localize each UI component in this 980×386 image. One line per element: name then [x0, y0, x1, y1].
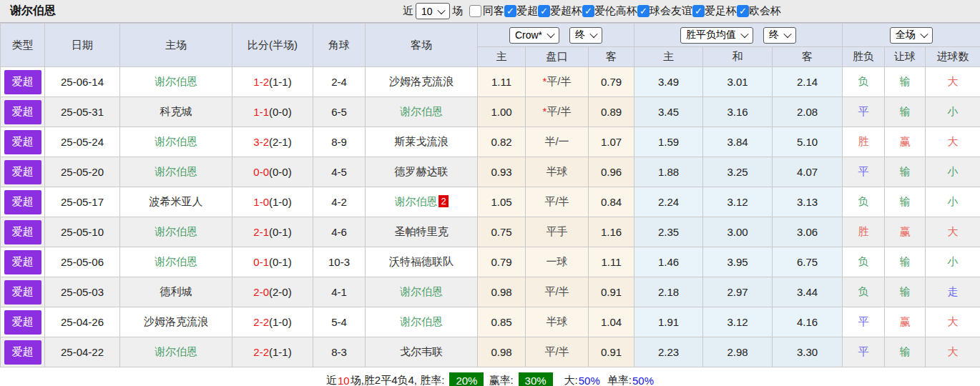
goals-result: 大: [948, 135, 959, 147]
competition-checkbox[interactable]: ✓: [504, 5, 516, 17]
home-team-link[interactable]: 谢尔伯恩: [155, 135, 197, 147]
euro-away-odds-cell: 2.14: [773, 67, 843, 97]
handicap-cell: 平/半: [526, 277, 589, 307]
handicap-cell: 半/一: [526, 127, 589, 157]
home-team-link[interactable]: 德利城: [160, 285, 192, 297]
competition-checkbox[interactable]: ✓: [538, 5, 550, 17]
asian-away-odds-cell: 1.11: [589, 247, 634, 277]
match-row: 爱超 25-05-10 谢尔伯恩 2-1(0-1) 4-6 圣帕特里克 0.75…: [1, 217, 980, 247]
home-team-link[interactable]: 科克城: [160, 105, 192, 117]
goals-result-cell: 大: [926, 307, 980, 337]
competition-checkbox[interactable]: ✓: [692, 5, 705, 17]
away-team-cell: 谢尔伯恩2: [366, 187, 478, 217]
league-cell: 爱超: [1, 337, 45, 367]
away-team-link[interactable]: 谢尔伯恩: [400, 105, 443, 117]
bookmaker-select[interactable]: Crow*: [509, 27, 559, 44]
away-team-link[interactable]: 谢尔伯恩: [394, 195, 437, 207]
euro-home-odds-cell: 2.18: [634, 277, 703, 307]
halftime-score: (1-0): [269, 316, 292, 328]
away-team-link[interactable]: 戈尔韦联: [400, 345, 443, 357]
asian-home-odds-cell: 1.11: [478, 67, 526, 97]
halftime-score: (1-0): [269, 196, 292, 208]
date-cell: 25-05-10: [45, 217, 120, 247]
euro-time-select[interactable]: 终: [763, 27, 796, 44]
asian-away-odds-cell: 0.96: [589, 157, 634, 187]
away-team-cell: 谢尔伯恩: [366, 277, 478, 307]
sub-header-goals: 进球数: [926, 47, 980, 67]
asian-away-odds-cell: 1.04: [589, 307, 634, 337]
chevron-down-icon: [740, 30, 748, 38]
away-team-link[interactable]: 圣帕特里克: [395, 225, 449, 237]
away-team-link[interactable]: 沃特福德联队: [389, 255, 454, 267]
away-team-link[interactable]: 斯莱戈流浪: [395, 135, 449, 147]
match-row: 爱超 25-06-14 谢尔伯恩 1-2(1-1) 2-4 沙姆洛克流浪 1.1…: [1, 67, 980, 97]
fulltime-score: 3-2: [253, 136, 269, 148]
halftime-score: (1-1): [269, 346, 292, 358]
euro-away-odds-cell: 3.44: [773, 277, 843, 307]
competition-checkbox[interactable]: ✓: [737, 5, 749, 17]
handicap-cell: 平手: [526, 217, 589, 247]
home-team-link[interactable]: 谢尔伯恩: [155, 255, 197, 267]
match-row: 爱超 25-05-20 谢尔伯恩 0-0(0-0) 4-5 德罗赫达联 0.93…: [1, 157, 980, 187]
euro-away-odds-cell: 4.07: [773, 157, 843, 187]
handicap-result-cell: 输: [885, 337, 926, 367]
wdl-result: 负: [858, 285, 869, 297]
goals-result-cell: 小: [926, 97, 980, 127]
big-rate-value: 50%: [579, 375, 600, 386]
euro-home-odds-cell: 2.24: [634, 187, 703, 217]
competition-label: 欧会杯: [749, 4, 781, 18]
home-team-link[interactable]: 波希米亚人: [150, 195, 203, 207]
scope-select[interactable]: 全场: [890, 27, 933, 44]
home-team-link[interactable]: 谢尔伯恩: [155, 75, 197, 87]
same-opponent-checkbox[interactable]: [469, 5, 481, 17]
away-team-link[interactable]: 谢尔伯恩: [400, 285, 443, 297]
euro-away-odds-cell: 5.10: [773, 127, 843, 157]
home-team-cell: 谢尔伯恩: [120, 247, 232, 277]
league-cell: 爱超: [1, 157, 45, 187]
euro-type-select[interactable]: 胜平负均值: [680, 27, 753, 44]
home-team-link[interactable]: 沙姆洛克流浪: [144, 315, 208, 327]
wdl-result: 平: [858, 105, 869, 117]
away-team-cell: 圣帕特里克: [366, 217, 478, 247]
recent-label: 近: [403, 4, 413, 18]
summary-recent-label: 近: [326, 374, 337, 386]
handicap-result-cell: 赢: [885, 127, 926, 157]
home-team-link[interactable]: 谢尔伯恩: [155, 345, 197, 357]
goals-result: 小: [948, 195, 959, 207]
asian-time-select[interactable]: 终: [569, 27, 602, 44]
league-badge: 爱超: [4, 220, 41, 244]
matches-count-select[interactable]: 10: [416, 3, 450, 19]
league-badge: 爱超: [4, 190, 41, 214]
sub-header-euro-away: 客: [773, 47, 843, 67]
corner-cell: 5-4: [313, 307, 366, 337]
competition-checkbox[interactable]: ✓: [582, 5, 594, 17]
fulltime-score: 0-1: [253, 256, 269, 268]
home-team-cell: 沙姆洛克流浪: [120, 307, 232, 337]
home-team-link[interactable]: 谢尔伯恩: [155, 225, 197, 237]
away-team-link[interactable]: 沙姆洛克流浪: [389, 75, 454, 87]
handicap-result-cell: 赢: [885, 307, 926, 337]
asian-away-odds-cell: 0.91: [589, 337, 634, 367]
away-team-link[interactable]: 谢尔伯恩: [400, 315, 443, 327]
away-team-cell: 斯莱戈流浪: [366, 127, 478, 157]
matches-label: 场: [452, 4, 463, 18]
home-team-link[interactable]: 谢尔伯恩: [155, 165, 197, 177]
euro-draw-odds-cell: 3.25: [703, 157, 773, 187]
euro-away-odds-cell: 6.75: [773, 247, 843, 277]
corner-cell: 2-4: [313, 67, 366, 97]
league-cell: 爱超: [1, 307, 45, 337]
euro-draw-odds-cell: 3.01: [703, 67, 773, 97]
handicap-result-cell: 输: [885, 277, 926, 307]
col-header-corner: 角球: [313, 24, 366, 67]
euro-draw-odds-cell: 3.12: [703, 187, 773, 217]
home-team-cell: 谢尔伯恩: [120, 127, 232, 157]
fulltime-score: 2-0: [253, 286, 269, 298]
away-team-link[interactable]: 德罗赫达联: [395, 165, 449, 177]
date-cell: 25-05-24: [45, 127, 120, 157]
halftime-score: (0-0): [269, 106, 292, 118]
matches-table: 类型 日期 主场 比分(半场) 角球 客场 Crow* 终: [0, 23, 980, 367]
corner-cell: 4-6: [313, 217, 366, 247]
competition-checkbox[interactable]: ✓: [637, 5, 650, 17]
euro-home-odds-cell: 3.49: [634, 67, 703, 97]
competition-label: 爱足杯: [705, 4, 737, 18]
